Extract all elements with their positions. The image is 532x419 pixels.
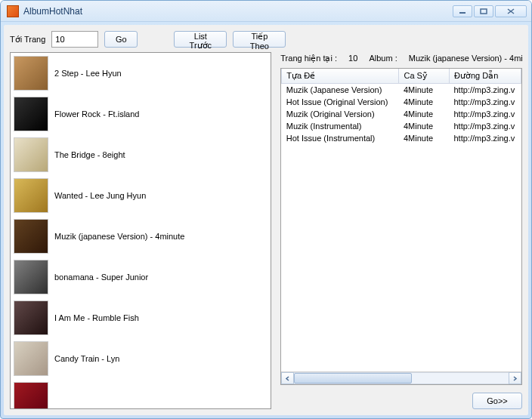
album-title: bonamana - Super Junior	[54, 273, 148, 282]
album-title: Flower Rock - Ft.island	[54, 109, 139, 119]
titlebar: AlbumHotNhat	[1, 1, 531, 22]
chevron-right-icon	[512, 376, 518, 381]
album-thumbnail	[14, 178, 48, 213]
info-line: Trang hiện tại : 10 Album : Muzik (japan…	[280, 52, 522, 65]
album-title: Muzik (japanese Version) - 4minute	[54, 232, 184, 241]
right-pane: Trang hiện tại : 10 Album : Muzik (japan…	[280, 52, 522, 409]
close-button[interactable]	[495, 5, 527, 17]
cell-title: Hot Issue (Original Version)	[282, 96, 399, 108]
minimize-icon	[459, 8, 466, 14]
cell-title: Muzik (Instrumental)	[282, 120, 399, 132]
current-page-label: Trang hiện tại :	[280, 54, 337, 63]
cell-title: Hot Issue (Instrumental)	[282, 132, 399, 144]
cell-title: Muzik (Japanese Version)	[282, 84, 399, 97]
scroll-track[interactable]	[294, 372, 509, 384]
cell-artist: 4Minute	[399, 120, 450, 132]
album-item[interactable]: Candy Train - Lyn	[11, 338, 271, 379]
album-value: Muzik (japanese Version) - 4min	[409, 54, 522, 63]
client-area: Tới Trang Go List Trước Tiếp Theo 2 Step…	[4, 25, 528, 415]
album-item[interactable]: Wanted - Lee Jung Hyun	[11, 175, 271, 216]
cell-url: http://mp3.zing.v	[449, 120, 521, 132]
album-thumbnail	[14, 382, 48, 409]
maximize-button[interactable]	[474, 5, 493, 17]
window-title: AlbumHotNhat	[23, 6, 453, 17]
cell-artist: 4Minute	[399, 96, 450, 108]
page-input[interactable]	[51, 31, 98, 48]
album-thumbnail	[14, 97, 48, 131]
table-row[interactable]: Muzik (Original Version)4Minutehttp://mp…	[282, 108, 521, 120]
cell-artist: 4Minute	[399, 132, 450, 144]
table-row[interactable]: Hot Issue (Original Version)4Minutehttp:…	[282, 96, 521, 108]
main-area: 2 Step - Lee HyunFlower Rock - Ft.island…	[10, 52, 522, 409]
scroll-right-button[interactable]	[509, 372, 521, 384]
col-url[interactable]: Đường Dẫn	[449, 69, 521, 84]
current-page-value: 10	[348, 54, 357, 63]
scroll-left-button[interactable]	[281, 372, 294, 384]
album-thumbnail	[14, 260, 48, 294]
track-table: Tựa Đề Ca Sỹ Đường Dẫn Muzik (Japanese V…	[281, 69, 521, 144]
track-table-container: Tựa Đề Ca Sỹ Đường Dẫn Muzik (Japanese V…	[280, 68, 522, 385]
album-item[interactable]: Flower Rock - Ft.island	[11, 94, 271, 134]
table-row[interactable]: Muzik (Instrumental)4Minutehttp://mp3.zi…	[282, 120, 521, 132]
go-next-button[interactable]: Go>>	[472, 393, 522, 409]
horizontal-scrollbar[interactable]	[281, 371, 521, 384]
album-list-container: 2 Step - Lee HyunFlower Rock - Ft.island…	[10, 52, 271, 409]
app-window: AlbumHotNhat Tới Trang Go List Trước Tiế…	[0, 0, 532, 419]
album-item[interactable]: bonamana - Super Junior	[11, 257, 271, 297]
cell-title: Muzik (Original Version)	[282, 108, 399, 120]
window-buttons	[453, 5, 527, 17]
album-item[interactable]: I Am Me - Rumble Fish	[11, 297, 271, 338]
col-title[interactable]: Tựa Đề	[282, 69, 399, 84]
table-row[interactable]: Muzik (Japanese Version)4Minutehttp://mp…	[282, 84, 521, 97]
track-scroll[interactable]: Tựa Đề Ca Sỹ Đường Dẫn Muzik (Japanese V…	[281, 69, 521, 371]
album-thumbnail	[14, 341, 48, 376]
cell-url: http://mp3.zing.v	[449, 132, 521, 144]
go-button[interactable]: Go	[104, 31, 138, 48]
album-list[interactable]: 2 Step - Lee HyunFlower Rock - Ft.island…	[10, 52, 271, 409]
album-item[interactable]: Muzik (japanese Version) - 4minute	[11, 216, 271, 257]
cell-url: http://mp3.zing.v	[449, 96, 521, 108]
album-thumbnail	[14, 219, 48, 254]
table-row[interactable]: Hot Issue (Instrumental)4Minutehttp://mp…	[282, 132, 521, 144]
album-title: I Am Me - Rumble Fish	[54, 313, 139, 322]
chevron-left-icon	[285, 376, 290, 381]
album-item[interactable]	[11, 379, 271, 409]
minimize-button[interactable]	[453, 5, 472, 17]
go-next-row: Go>>	[280, 388, 522, 409]
album-title: 2 Step - Lee Hyun	[54, 69, 122, 78]
album-thumbnail	[14, 137, 48, 172]
album-title: The Bridge - 8eight	[54, 150, 125, 159]
album-item[interactable]: The Bridge - 8eight	[11, 134, 271, 175]
close-icon	[507, 8, 515, 14]
page-label: Tới Trang	[10, 35, 45, 45]
toolbar: Tới Trang Go List Trước Tiếp Theo	[10, 31, 522, 48]
col-artist[interactable]: Ca Sỹ	[399, 69, 450, 84]
album-thumbnail	[14, 300, 48, 335]
maximize-icon	[480, 8, 487, 14]
next-button[interactable]: Tiếp Theo	[233, 31, 286, 48]
album-thumbnail	[14, 56, 48, 91]
album-title: Candy Train - Lyn	[54, 354, 119, 363]
app-icon	[7, 5, 19, 17]
album-item[interactable]: 2 Step - Lee Hyun	[11, 53, 271, 94]
prev-list-button[interactable]: List Trước	[174, 31, 227, 48]
album-title: Wanted - Lee Jung Hyun	[54, 191, 146, 200]
cell-url: http://mp3.zing.v	[449, 84, 521, 97]
album-label: Album :	[369, 54, 397, 63]
cell-artist: 4Minute	[399, 84, 450, 97]
cell-artist: 4Minute	[399, 108, 450, 120]
svg-rect-1	[481, 9, 487, 14]
cell-url: http://mp3.zing.v	[449, 108, 521, 120]
scroll-thumb[interactable]	[294, 373, 412, 384]
